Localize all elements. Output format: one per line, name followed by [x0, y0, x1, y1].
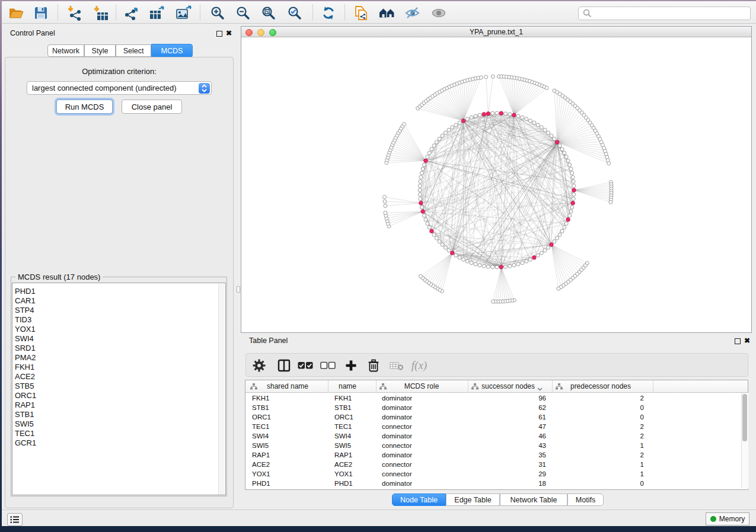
- task-history-button[interactable]: [7, 513, 23, 526]
- mcds-result-item[interactable]: GCR1: [12, 438, 225, 448]
- graph-node[interactable]: [438, 240, 441, 243]
- graph-node[interactable]: [428, 226, 431, 229]
- graph-node[interactable]: [528, 258, 532, 261]
- control-panel-float-icon[interactable]: [216, 31, 222, 37]
- graph-node[interactable]: [447, 128, 451, 132]
- graph-leaf-node[interactable]: [607, 162, 611, 165]
- tab-network[interactable]: Network: [47, 44, 84, 57]
- graph-hub-node[interactable]: [430, 229, 433, 233]
- table-row[interactable]: SWI4SWI4dominator462: [245, 431, 748, 441]
- close-panel-button[interactable]: Close panel: [122, 100, 182, 114]
- graph-node[interactable]: [547, 246, 550, 249]
- graph-node[interactable]: [418, 184, 422, 188]
- graph-node[interactable]: [462, 258, 465, 261]
- graph-node[interactable]: [474, 114, 477, 118]
- graph-node[interactable]: [491, 111, 495, 115]
- tab-motifs[interactable]: Motifs: [567, 493, 604, 506]
- node-table-header[interactable]: shared namenameMCDS rolesuccessor nodesp…: [245, 380, 748, 393]
- panel-divider-handle[interactable]: [237, 286, 240, 293]
- import-network-icon[interactable]: [66, 5, 84, 21]
- zoom-selected-icon[interactable]: [286, 5, 304, 21]
- graph-node[interactable]: [495, 265, 499, 269]
- graph-node[interactable]: [564, 222, 568, 225]
- graph-node[interactable]: [572, 180, 575, 183]
- graph-hub-node[interactable]: [419, 201, 423, 205]
- graph-hub-node[interactable]: [555, 140, 559, 144]
- graph-node[interactable]: [432, 233, 436, 236]
- graph-node[interactable]: [491, 265, 495, 269]
- mcds-result-item[interactable]: SRD1: [12, 344, 225, 353]
- graph-node[interactable]: [547, 131, 550, 134]
- tab-style[interactable]: Style: [84, 44, 116, 57]
- column-header-name[interactable]: name: [312, 380, 383, 393]
- graph-node[interactable]: [419, 180, 422, 183]
- graph-node[interactable]: [536, 254, 540, 257]
- mcds-result-item[interactable]: PMA2: [12, 353, 225, 363]
- graph-node[interactable]: [435, 236, 438, 240]
- graph-node[interactable]: [426, 155, 429, 159]
- mcds-result-item[interactable]: TEC1: [12, 429, 225, 438]
- graph-node[interactable]: [422, 163, 426, 166]
- graph-node[interactable]: [553, 240, 556, 243]
- mcds-result-item[interactable]: RAP1: [12, 400, 225, 410]
- graph-node[interactable]: [536, 123, 540, 127]
- graph-node[interactable]: [444, 246, 447, 249]
- graph-node[interactable]: [458, 121, 461, 124]
- graph-leaf-node[interactable]: [403, 123, 406, 126]
- search-input[interactable]: [578, 7, 751, 20]
- mcds-result-item[interactable]: ORC1: [12, 391, 225, 400]
- graph-node[interactable]: [521, 116, 524, 119]
- graph-hub-node[interactable]: [451, 251, 454, 255]
- table-row[interactable]: RAP1RAP1dominator352: [245, 450, 748, 460]
- graph-node[interactable]: [474, 262, 477, 266]
- clone-network-icon[interactable]: [352, 5, 370, 21]
- column-divider[interactable]: [468, 380, 468, 393]
- graph-hub-node[interactable]: [424, 159, 428, 162]
- graph-node[interactable]: [572, 184, 576, 188]
- export-table-icon[interactable]: [148, 5, 166, 21]
- graph-node[interactable]: [470, 116, 473, 119]
- tab-node-table[interactable]: Node Table: [392, 493, 446, 506]
- mcds-result-item[interactable]: TID3: [12, 315, 225, 325]
- graph-hub-node[interactable]: [499, 111, 503, 115]
- graph-node[interactable]: [458, 256, 461, 259]
- zoom-out-icon[interactable]: [234, 5, 252, 21]
- table-row[interactable]: ACE2ACE2connector311: [245, 460, 748, 469]
- create-column-plus-icon[interactable]: [343, 358, 359, 373]
- graph-node[interactable]: [441, 243, 444, 246]
- graph-node[interactable]: [508, 113, 512, 116]
- graph-node[interactable]: [495, 111, 499, 115]
- mcds-result-item[interactable]: CAR1: [12, 296, 225, 306]
- graph-leaf-node[interactable]: [384, 204, 387, 207]
- run-mcds-button[interactable]: Run MCDS: [56, 100, 113, 114]
- sort-chevron-icon[interactable]: [537, 384, 543, 393]
- open-file-icon[interactable]: [7, 5, 25, 21]
- graph-hub-node[interactable]: [571, 201, 575, 205]
- mcds-result-item[interactable]: YOX1: [12, 325, 225, 334]
- home-networks-icon[interactable]: [378, 5, 396, 21]
- table-scrollbar-thumb[interactable]: [742, 394, 747, 441]
- control-panel-close-icon[interactable]: ✖: [226, 29, 232, 37]
- optimization-criterion-select[interactable]: largest connected component (undirected): [27, 81, 212, 95]
- mcds-result-item[interactable]: STB1: [12, 410, 225, 419]
- graph-node[interactable]: [421, 167, 425, 171]
- column-header-predecessor-nodes[interactable]: predecessor nodes: [565, 380, 636, 393]
- graph-node[interactable]: [444, 131, 447, 134]
- graph-hub-node[interactable]: [532, 256, 536, 259]
- graph-node[interactable]: [422, 214, 426, 217]
- graph-node[interactable]: [420, 171, 423, 175]
- graph-node[interactable]: [465, 259, 469, 263]
- graph-node[interactable]: [486, 265, 490, 268]
- graph-node[interactable]: [419, 175, 423, 179]
- graph-leaf-node[interactable]: [382, 196, 386, 199]
- graph-hub-node[interactable]: [461, 119, 465, 123]
- import-table-icon[interactable]: [92, 5, 110, 21]
- graph-node[interactable]: [428, 151, 431, 155]
- show-column-panel-icon[interactable]: [276, 358, 292, 373]
- graph-node[interactable]: [560, 148, 564, 151]
- table-panel-float-icon[interactable]: [735, 338, 741, 344]
- tab-mcds[interactable]: MCDS: [151, 44, 193, 57]
- graph-leaf-node[interactable]: [383, 200, 387, 203]
- graph-node[interactable]: [419, 197, 422, 201]
- graph-hub-node[interactable]: [572, 188, 576, 192]
